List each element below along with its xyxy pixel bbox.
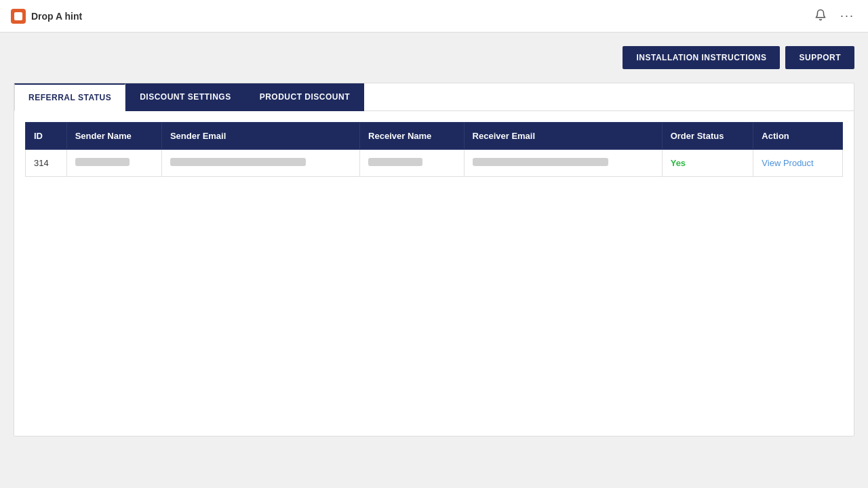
cell-sender-name <box>66 150 161 177</box>
tab-discount-settings[interactable]: DISCOUNT SETTINGS <box>125 83 245 111</box>
top-bar: Drop A hint ··· <box>0 0 868 33</box>
referral-table: ID Sender Name Sender Email Receiver Nam… <box>25 122 843 177</box>
tab-product-discount[interactable]: PRODUCT DISCOUNT <box>245 83 364 111</box>
tabs-header: REFERRAL STATUS DISCOUNT SETTINGS PRODUC… <box>14 83 854 110</box>
col-header-sender-email: Sender Email <box>161 123 359 150</box>
cell-receiver-name <box>360 150 465 177</box>
tab-body: ID Sender Name Sender Email Receiver Nam… <box>14 110 854 436</box>
cell-order-status: Yes <box>662 150 753 177</box>
col-header-sender-name: Sender Name <box>66 123 161 150</box>
tabs-container: REFERRAL STATUS DISCOUNT SETTINGS PRODUC… <box>14 83 854 436</box>
more-options-icon[interactable]: ··· <box>837 6 857 26</box>
receiver-email-placeholder <box>473 158 608 166</box>
tab-referral-status[interactable]: REFERRAL STATUS <box>14 83 125 111</box>
order-status-value: Yes <box>671 158 686 168</box>
table-row: 314 Yes <box>26 150 843 177</box>
sender-name-placeholder <box>75 158 130 166</box>
app-branding: Drop A hint <box>11 9 82 24</box>
col-header-action: Action <box>753 123 843 150</box>
main-content: INSTALLATION INSTRUCTIONS SUPPORT REFERR… <box>0 33 868 488</box>
cell-action: View Product <box>753 150 843 177</box>
notifications-icon[interactable] <box>812 6 829 26</box>
view-product-link[interactable]: View Product <box>762 158 813 168</box>
cell-receiver-email <box>464 150 662 177</box>
cell-sender-email <box>161 150 359 177</box>
col-header-receiver-email: Receiver Email <box>464 123 662 150</box>
top-bar-actions: ··· <box>812 6 857 26</box>
app-icon <box>11 9 26 24</box>
sender-email-placeholder <box>170 158 306 166</box>
header-actions: INSTALLATION INSTRUCTIONS SUPPORT <box>14 46 854 69</box>
col-header-receiver-name: Receiver Name <box>360 123 465 150</box>
installation-instructions-button[interactable]: INSTALLATION INSTRUCTIONS <box>623 46 780 69</box>
support-button[interactable]: SUPPORT <box>785 46 854 69</box>
table-header-row: ID Sender Name Sender Email Receiver Nam… <box>26 123 843 150</box>
receiver-name-placeholder <box>368 158 422 166</box>
cell-id: 314 <box>26 150 67 177</box>
app-title: Drop A hint <box>31 11 82 22</box>
col-header-order-status: Order Status <box>662 123 753 150</box>
col-header-id: ID <box>26 123 67 150</box>
